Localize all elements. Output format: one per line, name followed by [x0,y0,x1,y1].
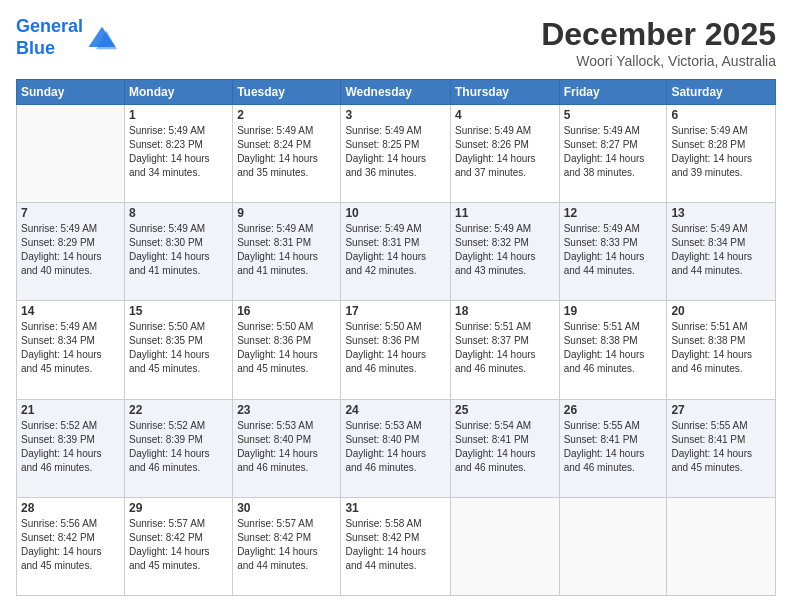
calendar-week-row: 21Sunrise: 5:52 AM Sunset: 8:39 PM Dayli… [17,399,776,497]
day-info: Sunrise: 5:49 AM Sunset: 8:28 PM Dayligh… [671,124,771,180]
col-saturday: Saturday [667,80,776,105]
table-row: 26Sunrise: 5:55 AM Sunset: 8:41 PM Dayli… [559,399,667,497]
calendar-table: Sunday Monday Tuesday Wednesday Thursday… [16,79,776,596]
table-row: 1Sunrise: 5:49 AM Sunset: 8:23 PM Daylig… [125,105,233,203]
logo-icon [87,23,117,53]
table-row: 16Sunrise: 5:50 AM Sunset: 8:36 PM Dayli… [233,301,341,399]
table-row: 17Sunrise: 5:50 AM Sunset: 8:36 PM Dayli… [341,301,451,399]
col-sunday: Sunday [17,80,125,105]
table-row: 19Sunrise: 5:51 AM Sunset: 8:38 PM Dayli… [559,301,667,399]
table-row: 6Sunrise: 5:49 AM Sunset: 8:28 PM Daylig… [667,105,776,203]
day-info: Sunrise: 5:49 AM Sunset: 8:25 PM Dayligh… [345,124,446,180]
day-number: 15 [129,304,228,318]
day-number: 26 [564,403,663,417]
day-number: 16 [237,304,336,318]
day-info: Sunrise: 5:52 AM Sunset: 8:39 PM Dayligh… [21,419,120,475]
day-number: 21 [21,403,120,417]
day-number: 27 [671,403,771,417]
day-number: 31 [345,501,446,515]
day-info: Sunrise: 5:49 AM Sunset: 8:30 PM Dayligh… [129,222,228,278]
day-number: 18 [455,304,555,318]
day-info: Sunrise: 5:49 AM Sunset: 8:31 PM Dayligh… [345,222,446,278]
table-row: 3Sunrise: 5:49 AM Sunset: 8:25 PM Daylig… [341,105,451,203]
day-info: Sunrise: 5:56 AM Sunset: 8:42 PM Dayligh… [21,517,120,573]
day-info: Sunrise: 5:54 AM Sunset: 8:41 PM Dayligh… [455,419,555,475]
header: GeneralBlue December 2025 Woori Yallock,… [16,16,776,69]
table-row: 15Sunrise: 5:50 AM Sunset: 8:35 PM Dayli… [125,301,233,399]
table-row: 18Sunrise: 5:51 AM Sunset: 8:37 PM Dayli… [450,301,559,399]
calendar-week-row: 1Sunrise: 5:49 AM Sunset: 8:23 PM Daylig… [17,105,776,203]
day-info: Sunrise: 5:49 AM Sunset: 8:23 PM Dayligh… [129,124,228,180]
table-row: 20Sunrise: 5:51 AM Sunset: 8:38 PM Dayli… [667,301,776,399]
table-row: 5Sunrise: 5:49 AM Sunset: 8:27 PM Daylig… [559,105,667,203]
day-info: Sunrise: 5:50 AM Sunset: 8:36 PM Dayligh… [345,320,446,376]
day-number: 8 [129,206,228,220]
day-number: 10 [345,206,446,220]
table-row: 25Sunrise: 5:54 AM Sunset: 8:41 PM Dayli… [450,399,559,497]
day-number: 17 [345,304,446,318]
day-info: Sunrise: 5:49 AM Sunset: 8:32 PM Dayligh… [455,222,555,278]
month-title: December 2025 [541,16,776,53]
day-info: Sunrise: 5:58 AM Sunset: 8:42 PM Dayligh… [345,517,446,573]
day-number: 12 [564,206,663,220]
day-number: 29 [129,501,228,515]
table-row: 10Sunrise: 5:49 AM Sunset: 8:31 PM Dayli… [341,203,451,301]
table-row [559,497,667,595]
table-row: 2Sunrise: 5:49 AM Sunset: 8:24 PM Daylig… [233,105,341,203]
table-row [17,105,125,203]
day-info: Sunrise: 5:49 AM Sunset: 8:31 PM Dayligh… [237,222,336,278]
col-wednesday: Wednesday [341,80,451,105]
table-row: 30Sunrise: 5:57 AM Sunset: 8:42 PM Dayli… [233,497,341,595]
day-number: 25 [455,403,555,417]
table-row [450,497,559,595]
table-row: 7Sunrise: 5:49 AM Sunset: 8:29 PM Daylig… [17,203,125,301]
day-info: Sunrise: 5:50 AM Sunset: 8:36 PM Dayligh… [237,320,336,376]
table-row: 27Sunrise: 5:55 AM Sunset: 8:41 PM Dayli… [667,399,776,497]
day-info: Sunrise: 5:52 AM Sunset: 8:39 PM Dayligh… [129,419,228,475]
table-row: 11Sunrise: 5:49 AM Sunset: 8:32 PM Dayli… [450,203,559,301]
page: GeneralBlue December 2025 Woori Yallock,… [0,0,792,612]
col-monday: Monday [125,80,233,105]
calendar-header-row: Sunday Monday Tuesday Wednesday Thursday… [17,80,776,105]
day-info: Sunrise: 5:49 AM Sunset: 8:34 PM Dayligh… [671,222,771,278]
table-row: 8Sunrise: 5:49 AM Sunset: 8:30 PM Daylig… [125,203,233,301]
location-title: Woori Yallock, Victoria, Australia [541,53,776,69]
table-row: 31Sunrise: 5:58 AM Sunset: 8:42 PM Dayli… [341,497,451,595]
day-number: 30 [237,501,336,515]
logo-text: GeneralBlue [16,16,83,59]
day-info: Sunrise: 5:55 AM Sunset: 8:41 PM Dayligh… [671,419,771,475]
day-number: 3 [345,108,446,122]
day-number: 2 [237,108,336,122]
day-info: Sunrise: 5:49 AM Sunset: 8:33 PM Dayligh… [564,222,663,278]
table-row: 13Sunrise: 5:49 AM Sunset: 8:34 PM Dayli… [667,203,776,301]
table-row: 23Sunrise: 5:53 AM Sunset: 8:40 PM Dayli… [233,399,341,497]
col-thursday: Thursday [450,80,559,105]
day-number: 11 [455,206,555,220]
day-number: 23 [237,403,336,417]
table-row [667,497,776,595]
day-info: Sunrise: 5:49 AM Sunset: 8:34 PM Dayligh… [21,320,120,376]
day-number: 4 [455,108,555,122]
col-tuesday: Tuesday [233,80,341,105]
day-number: 9 [237,206,336,220]
day-number: 14 [21,304,120,318]
day-info: Sunrise: 5:49 AM Sunset: 8:26 PM Dayligh… [455,124,555,180]
day-info: Sunrise: 5:49 AM Sunset: 8:24 PM Dayligh… [237,124,336,180]
table-row: 14Sunrise: 5:49 AM Sunset: 8:34 PM Dayli… [17,301,125,399]
day-number: 24 [345,403,446,417]
day-info: Sunrise: 5:53 AM Sunset: 8:40 PM Dayligh… [345,419,446,475]
table-row: 29Sunrise: 5:57 AM Sunset: 8:42 PM Dayli… [125,497,233,595]
day-number: 19 [564,304,663,318]
table-row: 12Sunrise: 5:49 AM Sunset: 8:33 PM Dayli… [559,203,667,301]
day-number: 7 [21,206,120,220]
day-info: Sunrise: 5:51 AM Sunset: 8:37 PM Dayligh… [455,320,555,376]
table-row: 4Sunrise: 5:49 AM Sunset: 8:26 PM Daylig… [450,105,559,203]
day-number: 1 [129,108,228,122]
day-number: 20 [671,304,771,318]
calendar-week-row: 28Sunrise: 5:56 AM Sunset: 8:42 PM Dayli… [17,497,776,595]
table-row: 24Sunrise: 5:53 AM Sunset: 8:40 PM Dayli… [341,399,451,497]
day-info: Sunrise: 5:49 AM Sunset: 8:29 PM Dayligh… [21,222,120,278]
calendar-week-row: 14Sunrise: 5:49 AM Sunset: 8:34 PM Dayli… [17,301,776,399]
day-info: Sunrise: 5:57 AM Sunset: 8:42 PM Dayligh… [237,517,336,573]
calendar-week-row: 7Sunrise: 5:49 AM Sunset: 8:29 PM Daylig… [17,203,776,301]
